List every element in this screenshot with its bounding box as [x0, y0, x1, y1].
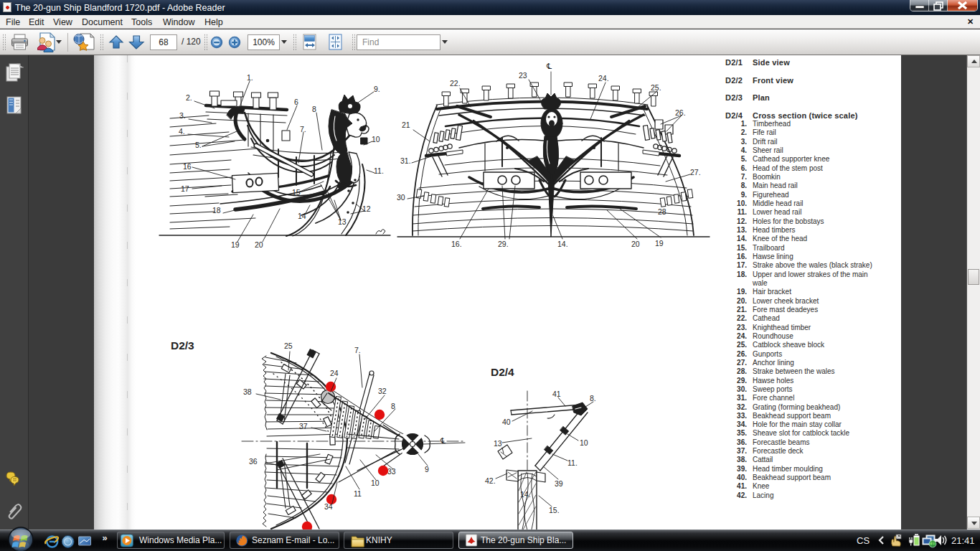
- svg-text:D2/3: D2/3: [171, 339, 194, 352]
- svg-text:23: 23: [519, 71, 527, 80]
- svg-text:20: 20: [255, 240, 263, 249]
- svg-text:9: 9: [425, 465, 429, 474]
- svg-text:11: 11: [354, 489, 362, 498]
- svg-text:34: 34: [324, 502, 333, 511]
- svg-text:30: 30: [397, 193, 405, 202]
- svg-text:40: 40: [502, 418, 511, 426]
- svg-text:29.: 29.: [498, 240, 509, 248]
- svg-text:14.: 14.: [520, 490, 531, 499]
- svg-text:℄: ℄: [546, 62, 552, 70]
- svg-text:8: 8: [391, 402, 395, 410]
- svg-text:1.: 1.: [247, 73, 253, 82]
- svg-text:14: 14: [298, 212, 306, 220]
- svg-text:27.: 27.: [690, 168, 701, 176]
- svg-text:41: 41: [552, 390, 561, 398]
- svg-text:15.: 15.: [549, 506, 560, 514]
- svg-text:36: 36: [249, 457, 258, 466]
- svg-text:4.: 4.: [179, 127, 185, 136]
- svg-text:25.: 25.: [651, 83, 661, 92]
- svg-text:33: 33: [387, 467, 396, 476]
- svg-text:25: 25: [284, 342, 293, 350]
- svg-text:7.: 7.: [300, 125, 306, 133]
- svg-text:CS: CS: [857, 535, 870, 546]
- svg-text:26.: 26.: [675, 108, 686, 117]
- svg-text:»: »: [102, 532, 107, 543]
- svg-text:5.: 5.: [195, 141, 202, 149]
- svg-text:21: 21: [402, 121, 410, 129]
- svg-text:38: 38: [243, 387, 252, 396]
- svg-text:16.: 16.: [451, 240, 462, 248]
- svg-text:28: 28: [658, 207, 666, 216]
- svg-text:12: 12: [362, 204, 371, 213]
- svg-text:10: 10: [372, 135, 380, 143]
- svg-text:31.: 31.: [400, 156, 411, 165]
- svg-text:18: 18: [212, 206, 221, 215]
- svg-text:6: 6: [294, 98, 298, 106]
- svg-text:10: 10: [580, 438, 588, 447]
- svg-text:8: 8: [312, 105, 316, 113]
- svg-text:10: 10: [371, 479, 380, 487]
- svg-text:13: 13: [494, 439, 502, 448]
- svg-text:20: 20: [631, 240, 640, 248]
- svg-text:21:41: 21:41: [951, 535, 975, 546]
- svg-text:19: 19: [655, 239, 664, 248]
- svg-text:39: 39: [555, 479, 563, 488]
- svg-text:16: 16: [183, 162, 192, 171]
- svg-text:2.: 2.: [186, 93, 192, 102]
- svg-text:14.: 14.: [557, 240, 568, 248]
- svg-text:13: 13: [338, 217, 347, 226]
- svg-text:11.: 11.: [567, 458, 578, 467]
- svg-text:24: 24: [330, 369, 339, 377]
- svg-text:3.: 3.: [179, 111, 186, 120]
- svg-text:19: 19: [231, 240, 240, 249]
- svg-text:37: 37: [299, 422, 308, 430]
- svg-text:℄: ℄: [440, 436, 446, 445]
- svg-text:9.: 9.: [374, 85, 380, 93]
- svg-text:8.: 8.: [590, 394, 596, 402]
- svg-text:15: 15: [292, 188, 301, 197]
- svg-text:32: 32: [378, 387, 387, 395]
- svg-text:D2/4: D2/4: [491, 366, 514, 378]
- svg-text:22.: 22.: [450, 79, 461, 88]
- svg-text:17: 17: [181, 184, 189, 193]
- svg-text:11.: 11.: [374, 166, 384, 175]
- svg-text:24.: 24.: [598, 74, 609, 83]
- svg-text:7.: 7.: [354, 346, 361, 354]
- svg-text:42.: 42.: [485, 476, 496, 485]
